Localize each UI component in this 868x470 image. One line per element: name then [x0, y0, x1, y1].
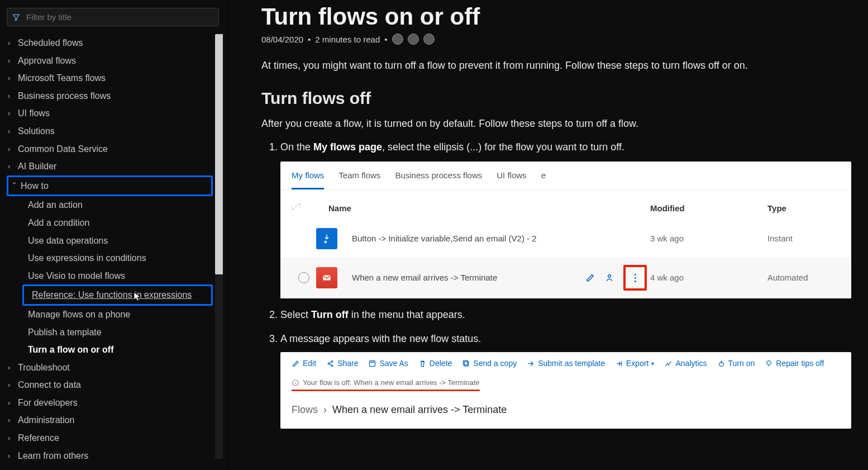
- chevron-right-icon: ›: [8, 380, 16, 390]
- svg-rect-5: [370, 361, 375, 367]
- svg-point-1: [608, 275, 611, 278]
- col-name[interactable]: Name: [325, 202, 650, 215]
- breadcrumb-current: When a new email arrives -> Terminate: [332, 404, 507, 415]
- toc-child-manage-phone[interactable]: Manage flows on a phone: [7, 306, 223, 324]
- cmd-delete[interactable]: Delete: [418, 358, 452, 369]
- filter-box[interactable]: [7, 8, 219, 26]
- sidebar: ›Scheduled flows ›Approval flows ›Micros…: [0, 0, 229, 470]
- link-icon: [292, 202, 301, 211]
- toc-child-turn-onoff[interactable]: Turn a flow on or off: [7, 341, 223, 359]
- svg-point-4: [332, 365, 333, 367]
- chevron-right-icon: ›: [8, 38, 16, 48]
- cmd-edit[interactable]: Edit: [292, 358, 316, 369]
- table-row[interactable]: Button -> Initialize variable,Send an em…: [280, 220, 851, 257]
- edit-icon[interactable]: [585, 273, 595, 283]
- toc-child-add-condition[interactable]: Add a condition: [7, 214, 223, 232]
- cursor-icon: [133, 292, 141, 302]
- toc-item-cds[interactable]: ›Common Data Service: [7, 140, 223, 158]
- chevron-right-icon: ›: [8, 398, 16, 408]
- scrollbar-thumb[interactable]: [215, 34, 223, 274]
- contributor-avatar[interactable]: [423, 34, 435, 45]
- toc-child-expressions[interactable]: Use expressions in conditions: [7, 249, 223, 267]
- toc-item-approval-flows[interactable]: ›Approval flows: [7, 52, 223, 70]
- toc-item-developers[interactable]: ›For developers: [7, 394, 223, 412]
- toc-item-solutions[interactable]: ›Solutions: [7, 122, 223, 140]
- toc-item-ai-builder[interactable]: ›AI Builder: [7, 158, 223, 175]
- toc-item-teams-flows[interactable]: ›Microsoft Teams flows: [7, 69, 223, 87]
- toc-item-reference[interactable]: ›Reference: [7, 429, 223, 447]
- highlight-reference: Reference: Use functions in expressions: [22, 284, 213, 306]
- cmd-turn-on[interactable]: Turn on: [717, 358, 755, 369]
- toc-item-ui-flows[interactable]: ›UI flows: [7, 105, 223, 122]
- chevron-right-icon: ›: [8, 56, 16, 66]
- flow-modified: 3 wk ago: [650, 232, 767, 245]
- cmd-repair-tips[interactable]: Repair tips off: [765, 358, 824, 369]
- cmd-save-as[interactable]: Save As: [368, 358, 408, 369]
- row-select[interactable]: [292, 272, 316, 283]
- cmd-send-copy[interactable]: Send a copy: [462, 358, 517, 369]
- flow-tabs: My flows Team flows Business process flo…: [280, 162, 851, 189]
- toc-item-connect-data[interactable]: ›Connect to data: [7, 376, 223, 394]
- ellipsis-highlight: [623, 265, 647, 291]
- toc-child-add-action[interactable]: Add an action: [7, 196, 223, 214]
- svg-rect-7: [464, 361, 468, 365]
- chevron-right-icon: ›: [8, 433, 16, 443]
- table-header: Name Modified Type: [280, 189, 851, 221]
- toc-child-publish-template[interactable]: Publish a template: [7, 324, 223, 341]
- cmd-export[interactable]: Export▾: [615, 358, 654, 369]
- svg-rect-6: [465, 362, 469, 366]
- cmd-share[interactable]: Share: [326, 358, 358, 369]
- flow-name[interactable]: When a new email arrives -> Terminate: [352, 272, 585, 284]
- table-of-contents: ›Scheduled flows ›Approval flows ›Micros…: [7, 34, 223, 459]
- breadcrumb: Flows › When a new email arrives -> Term…: [292, 402, 840, 417]
- toc-item-learn[interactable]: ›Learn from others: [7, 447, 223, 459]
- toc-item-administration[interactable]: ›Administration: [7, 411, 223, 429]
- command-bar: Edit Share Save As Delete Send a copy Su…: [292, 358, 840, 369]
- share-icon[interactable]: [604, 273, 614, 283]
- article-meta: 08/04/2020 • 2 minutes to read •: [261, 34, 851, 45]
- tab-team-flows[interactable]: Team flows: [338, 169, 380, 189]
- contributor-avatar[interactable]: [392, 34, 403, 45]
- toc-item-troubleshoot[interactable]: ›Troubleshoot: [7, 359, 223, 377]
- screenshot-flow-detail: Edit Share Save As Delete Send a copy Su…: [280, 352, 851, 429]
- chevron-right-icon: ›: [8, 108, 16, 118]
- tab-ui-flows[interactable]: UI flows: [497, 169, 526, 189]
- step-1: On the My flows page, select the ellipsi…: [280, 140, 851, 298]
- section-paragraph: After you create a flow, it is turned on…: [261, 118, 851, 130]
- breadcrumb-root[interactable]: Flows: [292, 404, 318, 415]
- screenshot-flow-list: My flows Team flows Business process flo…: [280, 162, 851, 298]
- col-icon: [292, 202, 325, 215]
- chevron-right-icon: ›: [8, 363, 16, 373]
- row-actions: [585, 265, 647, 291]
- tab-my-flows[interactable]: My flows: [292, 169, 324, 189]
- flow-type: Instant: [767, 232, 840, 245]
- filter-input[interactable]: [25, 12, 214, 22]
- flow-off-message: Your flow is off: When a new email arriv…: [292, 377, 480, 391]
- toc-child-reference-functions[interactable]: Reference: Use functions in expressions: [26, 287, 209, 303]
- tab-bpf[interactable]: Business process flows: [395, 169, 482, 189]
- toc-child-visio[interactable]: Use Visio to model flows: [7, 267, 223, 285]
- toc-item-bpf[interactable]: ›Business process flows: [7, 87, 223, 105]
- filter-icon: [12, 13, 21, 22]
- cmd-analytics[interactable]: Analytics: [664, 358, 707, 369]
- steps-list: On the My flows page, select the ellipsi…: [261, 140, 851, 429]
- svg-point-3: [332, 361, 333, 363]
- more-ellipsis-icon[interactable]: [630, 270, 640, 285]
- chevron-right-icon: ›: [8, 415, 16, 425]
- col-modified[interactable]: Modified: [650, 202, 767, 215]
- toc-item-scheduled-flows[interactable]: ›Scheduled flows: [7, 34, 223, 52]
- toc-child-data-operations[interactable]: Use data operations: [7, 232, 223, 250]
- col-type[interactable]: Type: [767, 202, 840, 215]
- toc-item-howto[interactable]: ›How to: [11, 178, 209, 194]
- intro-paragraph: At times, you might want to turn off a f…: [261, 58, 851, 73]
- flow-name[interactable]: Button -> Initialize variable,Send an em…: [352, 232, 650, 245]
- article-readtime: 2 minutes to read: [315, 35, 380, 44]
- section-heading: Turn flows off: [261, 89, 851, 108]
- contributor-avatar[interactable]: [408, 34, 419, 45]
- table-row[interactable]: When a new email arrives -> Terminate 4 …: [280, 257, 851, 298]
- step-2: Select Turn off in the menu that appears…: [280, 307, 851, 322]
- page-title: Turn flows on or off: [261, 3, 851, 30]
- chevron-right-icon: ›: [8, 451, 16, 459]
- cmd-submit-template[interactable]: Submit as template: [527, 358, 605, 369]
- chevron-right-icon: ›: [8, 91, 16, 101]
